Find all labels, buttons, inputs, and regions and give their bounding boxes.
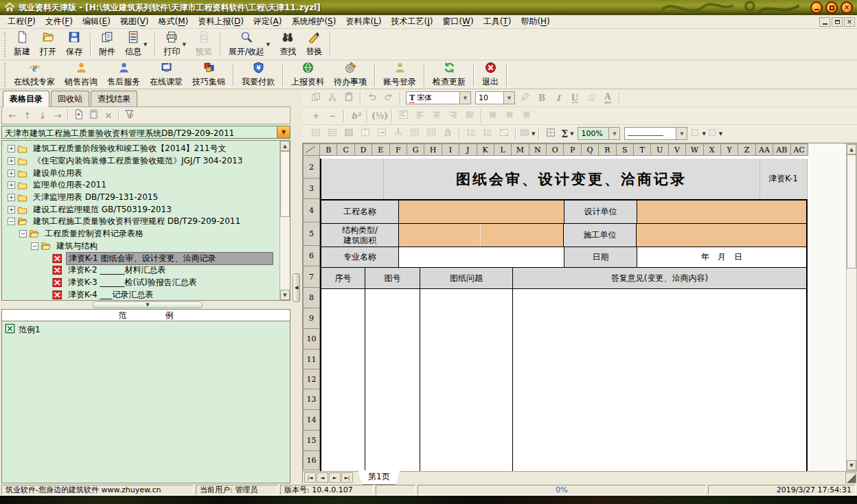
menu-item-11[interactable]: 窗口(W) [437, 14, 478, 29]
tree-item[interactable]: 津资K-3 ______检(试)验报告汇总表 [3, 277, 290, 289]
panel-collapse-button[interactable]: ◀ [293, 273, 300, 302]
expand-icon[interactable]: + [8, 145, 15, 152]
dropdown-arrow-icon[interactable]: ▼ [676, 128, 687, 139]
row-header-10[interactable]: 10 [303, 329, 320, 350]
align-left-button[interactable] [413, 109, 428, 123]
collapse-icon[interactable]: − [8, 218, 15, 225]
fill-cells-button[interactable] [341, 127, 356, 141]
delete-cells-button[interactable] [325, 127, 340, 141]
align-right-button[interactable] [446, 109, 461, 123]
paragraph-spacing-button[interactable] [480, 127, 495, 141]
toolbar-grip[interactable] [4, 32, 6, 57]
row-header-4[interactable]: 4 [303, 199, 320, 222]
expand-icon[interactable]: + [8, 170, 15, 177]
diagonal-line-button[interactable] [496, 127, 512, 141]
align-center-button[interactable] [429, 109, 444, 123]
column-header-O[interactable]: O [547, 144, 564, 156]
collapse-icon[interactable]: − [19, 230, 27, 238]
tree-item[interactable]: +建筑工程质量阶段验收和竣工验收【2014】211号文 [3, 143, 290, 155]
tree-scrollbar[interactable]: ▲ ▼ [279, 141, 290, 300]
column-header-G[interactable]: G [407, 144, 424, 156]
row-header-12[interactable]: 12 [303, 369, 320, 389]
new-button[interactable]: 新建 [10, 29, 34, 60]
nav-down-button[interactable]: ↓ [35, 108, 50, 123]
todo-items-button[interactable]: 待办事项 [330, 60, 371, 90]
collapse-icon[interactable]: − [31, 242, 38, 250]
check-update-button[interactable]: 检查更新 [428, 60, 470, 90]
column-header-P[interactable]: P [564, 144, 581, 156]
catalog-combobox-arrow[interactable]: ▼ [277, 126, 290, 138]
expand-icon[interactable]: + [8, 194, 15, 201]
specialty-input[interactable] [399, 247, 564, 267]
menu-item-2[interactable]: 文件(F) [41, 14, 78, 29]
nav-right-button[interactable]: → [50, 108, 65, 123]
merge-cells-button[interactable] [374, 127, 389, 141]
window-minimize-button[interactable] [810, 1, 823, 14]
mdi-minimize-button[interactable] [819, 17, 830, 27]
tree-scroll-up-icon[interactable]: ▲ [280, 141, 290, 151]
valign-top-button[interactable] [485, 109, 501, 123]
sheet-scroll-up-icon[interactable]: ▲ [847, 144, 856, 154]
select-all-corner[interactable] [303, 144, 320, 156]
font-combobox[interactable]: T宋体▼ [406, 91, 471, 104]
exit-button[interactable]: 退出 [478, 60, 503, 90]
row-header-16[interactable]: 16 [303, 451, 320, 470]
expand-icon[interactable]: + [8, 157, 15, 165]
building-area-input[interactable] [481, 224, 564, 247]
column-header-AC[interactable]: AC [791, 144, 808, 156]
tab-catalog[interactable]: 表格目录 [3, 91, 49, 107]
row-header-5[interactable]: 5 [303, 222, 320, 246]
column-header-W[interactable]: W [686, 144, 703, 156]
format-painter-button[interactable] [518, 91, 533, 105]
nav-up-button[interactable]: ↑ [20, 108, 35, 123]
column-header-U[interactable]: U [651, 144, 668, 156]
tree-item[interactable]: −建筑与结构 [3, 240, 290, 253]
column-header-M[interactable]: M [512, 144, 529, 156]
sheet-scroll-down-icon[interactable]: ▼ [847, 460, 856, 470]
menu-item-12[interactable]: 工具(T) [479, 14, 516, 29]
column-header-L[interactable]: L [494, 144, 512, 156]
menu-item-9[interactable]: 资料库(L) [341, 14, 386, 29]
redo-button[interactable] [381, 91, 396, 105]
fill-color-button[interactable]: ▼ [707, 127, 722, 141]
column-header-Z[interactable]: Z [738, 144, 755, 156]
column-header-F[interactable]: F [390, 144, 407, 156]
next-sheet-button[interactable]: ► [329, 472, 341, 483]
window-maximize-button[interactable] [825, 1, 838, 14]
dropdown-arrow-icon[interactable]: ▼ [503, 92, 514, 104]
row-header-6[interactable]: 6 [303, 246, 320, 266]
new-node-button[interactable] [71, 108, 86, 123]
tab-recycle[interactable]: 回收站 [51, 91, 89, 106]
column-header-X[interactable]: X [704, 144, 721, 156]
column-header-E[interactable]: E [372, 144, 389, 156]
italic-button[interactable]: I [551, 91, 566, 105]
expand-collapse-button[interactable]: 展开/收起▼ [225, 29, 274, 60]
date-input[interactable]: 年 月 日 [637, 247, 806, 267]
increase-button[interactable]: + [308, 109, 323, 123]
copy-button[interactable] [308, 91, 323, 105]
expand-icon[interactable]: + [8, 206, 15, 214]
dropdown-arrow-icon[interactable]: ▼ [459, 92, 470, 104]
sheet-vertical-scrollbar[interactable]: ▲ ▼ [846, 144, 857, 471]
design-unit-input[interactable] [637, 201, 806, 223]
column-header-B[interactable]: B [320, 144, 337, 156]
print-button[interactable]: 打印▼ [159, 29, 190, 60]
column-header-AB[interactable]: AB [773, 144, 790, 156]
sheet-canvas[interactable]: 图纸会审、设计变更、洽商记录 津资K-1 工程名称 设计单位 结构类型/ [320, 156, 808, 471]
dropdown-arrow-icon[interactable]: ▼ [266, 42, 270, 47]
menu-item-6[interactable]: 资料上报(D) [193, 14, 249, 29]
horizontal-splitter[interactable]: ▼ [1, 301, 290, 309]
splitter-collapse-handle[interactable]: ▼ [93, 301, 203, 308]
reply-column-cell[interactable] [513, 289, 806, 471]
tree-scrollbar-thumb[interactable] [280, 151, 290, 217]
row-header-13[interactable]: 13 [303, 389, 320, 410]
online-expert-button[interactable]: e在线找专家 [10, 60, 59, 90]
delete-node-button[interactable]: ✕ [101, 108, 116, 123]
expand-icon[interactable]: + [8, 181, 15, 189]
tree-item[interactable]: +建设工程监理规范 GB/T50319-2013 [3, 203, 290, 216]
superscript-button[interactable]: b² [348, 109, 363, 123]
menu-item-5[interactable]: 格式(M) [153, 14, 193, 29]
window-close-button[interactable]: × [841, 1, 853, 14]
first-sheet-button[interactable]: |◄ [304, 472, 316, 483]
save-button[interactable]: 保存 [62, 29, 87, 60]
